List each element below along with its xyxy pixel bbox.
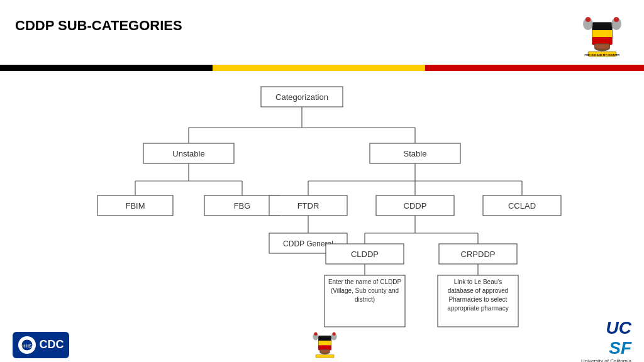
- svg-rect-9: [595, 44, 610, 49]
- ucsf-logo: UCSF University of CaliforniaSan Francis…: [581, 318, 631, 362]
- svg-text:FTDR: FTDR: [297, 201, 319, 211]
- footer: HHS CDC UCSF University of CaliforniaSan…: [0, 327, 644, 362]
- svg-text:FBIM: FBIM: [125, 201, 145, 211]
- svg-point-66: [333, 332, 336, 335]
- svg-point-64: [314, 332, 318, 335]
- ucsf-subtitle: University of CaliforniaSan Francisco: [581, 358, 631, 362]
- page-title: CDDP SUB-CATEGORIES: [15, 18, 182, 34]
- svg-text:CRPDDP: CRPDDP: [461, 250, 496, 259]
- svg-rect-2: [592, 30, 612, 37]
- coat-of-arms: FOR GOD AND MY COUNTRY: [575, 11, 629, 58]
- diagram-area: Categorization Unstable Stable FBIM FBG: [0, 71, 644, 335]
- cdc-emblem: HHS: [18, 336, 36, 354]
- svg-text:HHS: HHS: [22, 344, 31, 348]
- svg-text:FOR GOD AND MY COUNTRY: FOR GOD AND MY COUNTRY: [584, 53, 619, 57]
- ucsf-label: UCSF: [581, 318, 631, 358]
- svg-rect-60: [319, 336, 331, 341]
- svg-rect-62: [319, 345, 331, 350]
- svg-point-5: [586, 17, 591, 22]
- svg-text:CDDP: CDDP: [404, 201, 427, 211]
- svg-text:CLDDP: CLDDP: [351, 250, 379, 259]
- svg-text:Unstable: Unstable: [172, 149, 204, 158]
- svg-rect-69: [316, 354, 334, 358]
- decorative-stripe: [0, 65, 644, 71]
- svg-text:CCLAD: CCLAD: [508, 201, 536, 211]
- svg-rect-68: [320, 349, 330, 353]
- svg-point-7: [614, 17, 619, 22]
- cdc-logo: HHS CDC: [13, 332, 69, 358]
- svg-text:FBG: FBG: [234, 201, 251, 211]
- svg-rect-61: [319, 341, 331, 345]
- svg-text:Stable: Stable: [404, 149, 427, 158]
- cdc-label: CDC: [40, 338, 64, 351]
- footer-emblem: [308, 328, 342, 362]
- hierarchy-diagram: Categorization Unstable Stable FBIM FBG: [0, 71, 644, 335]
- svg-rect-3: [592, 37, 612, 45]
- svg-text:Categorization: Categorization: [275, 92, 328, 102]
- svg-rect-1: [592, 23, 612, 30]
- header: CDDP SUB-CATEGORIES FOR GOD AND MY COUNT…: [0, 0, 644, 58]
